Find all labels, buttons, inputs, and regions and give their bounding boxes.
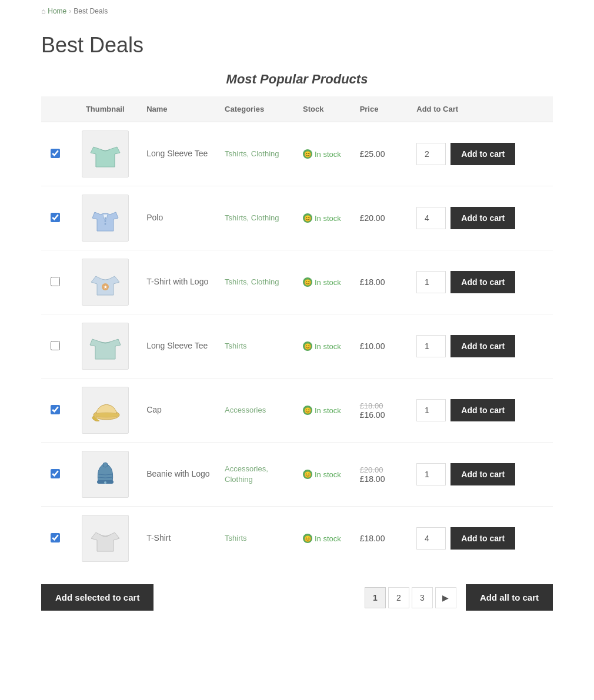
row-6-price: £18.00 — [354, 507, 411, 571]
row-4-price-old: £18.00 — [360, 401, 405, 410]
table-row: T-ShirtTshirts😊 In stock£18.00Add to car… — [41, 507, 553, 571]
row-6-product-name: T-Shirt — [146, 533, 171, 542]
svg-point-10 — [103, 463, 108, 467]
row-6-add-to-cart-button[interactable]: Add to cart — [450, 527, 515, 550]
add-selected-to-cart-button[interactable]: Add selected to cart — [41, 584, 153, 611]
row-4-stock: 😊 In stock — [303, 406, 348, 415]
table-header-row: Thumbnail Name Categories Stock Price Ad… — [41, 96, 553, 122]
row-6-checkbox[interactable] — [51, 533, 60, 542]
row-5-product-name: Beanie with Logo — [146, 469, 209, 478]
row-1-qty-input[interactable] — [416, 207, 446, 229]
page-next-button[interactable]: ▶ — [435, 587, 456, 608]
row-4-checkbox[interactable] — [51, 405, 60, 414]
row-3-thumbnail — [82, 323, 129, 370]
home-icon: ⌂ — [41, 7, 45, 15]
breadcrumb: ⌂ Home › Best Deals — [41, 7, 553, 15]
breadcrumb-current: Best Deals — [74, 7, 108, 15]
col-header-categories: Categories — [219, 96, 297, 122]
row-6-qty-input[interactable] — [416, 527, 446, 550]
breadcrumb-home[interactable]: Home — [48, 7, 66, 15]
row-2-thumbnail: ★ — [82, 259, 129, 306]
row-5-checkbox[interactable] — [51, 469, 60, 478]
row-1-thumbnail — [82, 195, 129, 242]
row-3-checkbox[interactable] — [51, 341, 60, 350]
row-1-cart-controls: Add to cart — [416, 207, 547, 229]
row-3-categories: Tshirts — [225, 341, 247, 350]
table-row: ★ T-Shirt with LogoTshirts, Clothing😊 In… — [41, 250, 553, 314]
stock-icon: 😊 — [303, 470, 312, 479]
col-header-thumbnail: Thumbnail — [69, 96, 141, 122]
svg-point-2 — [104, 217, 106, 219]
row-1-stock: 😊 In stock — [303, 213, 348, 223]
add-all-to-cart-button[interactable]: Add all to cart — [466, 584, 553, 611]
row-3-price-normal: £10.00 — [360, 341, 385, 351]
row-1-price-normal: £20.00 — [360, 213, 385, 223]
row-5-thumbnail — [82, 451, 129, 498]
row-0-thumbnail — [82, 130, 129, 177]
row-0-checkbox[interactable] — [51, 149, 60, 158]
row-1-checkbox[interactable] — [51, 213, 60, 222]
row-3-cart-controls: Add to cart — [416, 335, 547, 357]
row-5-price-new: £18.00 — [360, 474, 405, 484]
row-3-add-to-cart-button[interactable]: Add to cart — [450, 335, 515, 357]
page-2-button[interactable]: 2 — [388, 587, 409, 608]
row-6-thumbnail — [82, 515, 129, 562]
breadcrumb-separator: › — [69, 7, 71, 15]
col-header-add-to-cart: Add to Cart — [411, 96, 553, 122]
row-2-price: £18.00 — [354, 250, 411, 314]
row-5-stock: 😊 In stock — [303, 470, 348, 479]
row-5-cart-controls: Add to cart — [416, 463, 547, 485]
stock-icon: 😊 — [303, 149, 312, 159]
stock-icon: 😊 — [303, 277, 312, 287]
svg-point-3 — [104, 220, 106, 222]
stock-icon: 😊 — [303, 534, 312, 543]
page-3-button[interactable]: 3 — [412, 587, 433, 608]
table-row: PoloTshirts, Clothing😊 In stock£20.00Add… — [41, 186, 553, 250]
row-6-cart-controls: Add to cart — [416, 527, 547, 550]
row-2-qty-input[interactable] — [416, 271, 446, 293]
svg-text:★: ★ — [104, 285, 108, 289]
page-title: Best Deals — [41, 33, 553, 58]
row-0-product-name: Long Sleeve Tee — [146, 149, 208, 158]
row-4-product-name: Cap — [146, 405, 162, 414]
row-1-price: £20.00 — [354, 186, 411, 250]
row-4-thumbnail — [82, 387, 129, 434]
row-0-stock: 😊 In stock — [303, 149, 348, 159]
row-4-qty-input[interactable] — [416, 399, 446, 421]
row-2-checkbox[interactable] — [51, 277, 60, 286]
row-4-add-to-cart-button[interactable]: Add to cart — [450, 399, 515, 421]
row-5-price: £20.00£18.00 — [354, 443, 411, 507]
pagination: 1 2 3 ▶ — [365, 587, 456, 608]
row-5-add-to-cart-button[interactable]: Add to cart — [450, 463, 515, 485]
row-0-qty-input[interactable] — [416, 143, 446, 165]
table-row: Beanie with LogoAccessories, Clothing😊 I… — [41, 443, 553, 507]
table-row: CapAccessories😊 In stock£18.00£16.00Add … — [41, 379, 553, 443]
row-5-qty-input[interactable] — [416, 463, 446, 485]
row-0-price-normal: £25.00 — [360, 149, 385, 159]
row-1-categories: Tshirts, Clothing — [225, 213, 279, 222]
row-4-price: £18.00£16.00 — [354, 379, 411, 443]
stock-icon: 😊 — [303, 406, 312, 415]
row-3-product-name: Long Sleeve Tee — [146, 341, 208, 350]
svg-point-4 — [104, 223, 106, 225]
col-header-name: Name — [141, 96, 219, 122]
row-6-price-normal: £18.00 — [360, 534, 385, 543]
row-5-price-old: £20.00 — [360, 465, 405, 474]
row-0-categories: Tshirts, Clothing — [225, 149, 279, 158]
row-3-qty-input[interactable] — [416, 335, 446, 357]
row-4-price-new: £16.00 — [360, 410, 405, 420]
table-row: Long Sleeve TeeTshirts😊 In stock£10.00Ad… — [41, 314, 553, 379]
row-2-price-normal: £18.00 — [360, 277, 385, 287]
row-4-categories: Accessories — [225, 406, 266, 414]
row-0-add-to-cart-button[interactable]: Add to cart — [450, 143, 515, 165]
row-1-add-to-cart-button[interactable]: Add to cart — [450, 207, 515, 229]
row-2-add-to-cart-button[interactable]: Add to cart — [450, 271, 515, 293]
row-5-categories: Accessories, Clothing — [225, 464, 268, 484]
page-1-button[interactable]: 1 — [365, 587, 386, 608]
row-2-product-name: T-Shirt with Logo — [146, 277, 208, 286]
row-2-categories: Tshirts, Clothing — [225, 277, 279, 286]
row-4-cart-controls: Add to cart — [416, 399, 547, 421]
product-table: Thumbnail Name Categories Stock Price Ad… — [41, 96, 553, 570]
row-3-stock: 😊 In stock — [303, 341, 348, 351]
col-header-price: Price — [354, 96, 411, 122]
